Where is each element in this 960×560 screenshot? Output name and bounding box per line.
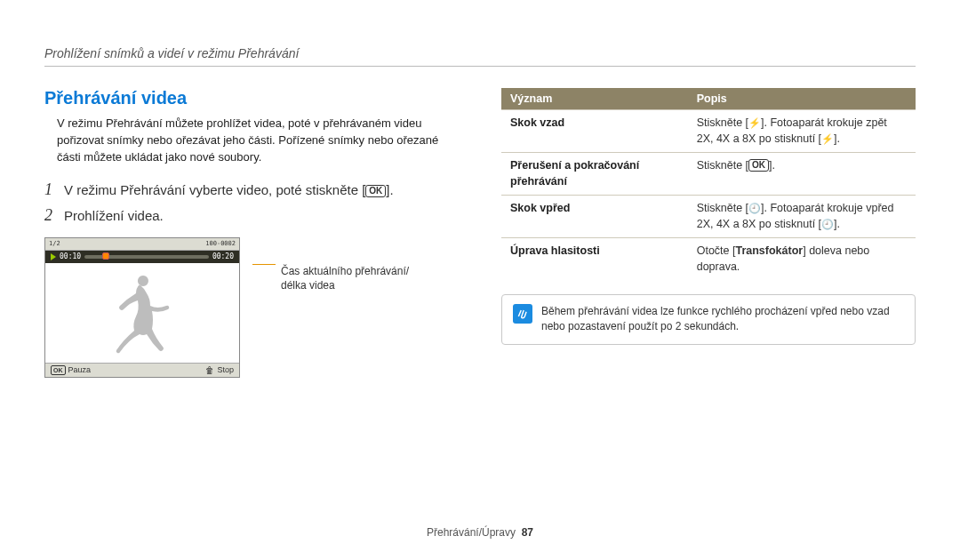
flash-icon: ⚡ — [748, 116, 761, 130]
page-number: 87 — [522, 526, 533, 539]
term-cell: Skok vpřed — [501, 196, 688, 238]
file-number: 100-0002 — [205, 240, 236, 247]
footer-section-label: Přehrávání/Úpravy — [427, 526, 516, 539]
step-2-text: Prohlížení videa. — [64, 208, 459, 223]
callout-leader-line — [252, 264, 276, 265]
term-cell: Úprava hlasitosti — [501, 238, 688, 281]
desc-bold: Transfokátor — [735, 244, 803, 257]
stop-label: Stop — [217, 365, 234, 374]
step-1-post: ]. — [386, 182, 393, 197]
controls-table: Význam Popis Skok vzad Stiskněte [⚡]. Fo… — [501, 88, 916, 280]
desc-text: Stiskněte [ — [697, 202, 748, 214]
ok-icon: OK — [365, 185, 386, 197]
ok-icon: OK — [748, 159, 769, 172]
time-current: 00:10 — [60, 252, 81, 260]
table-header-desc: Popis — [688, 88, 916, 110]
step-number-2: 2 — [44, 206, 64, 225]
step-1-text: V režimu Přehrávání vyberte video, poté … — [64, 182, 459, 197]
pause-label: Pauza — [68, 365, 92, 374]
breadcrumb: Prohlížení snímků a videí v režimu Přehr… — [44, 46, 916, 67]
step-1-pre: V režimu Přehrávání vyberte video, poté … — [64, 182, 365, 197]
progress-bar: 00:10 00:20 — [45, 251, 239, 263]
term-cell: Skok vzad — [501, 110, 688, 153]
desc-cell: Otočte [Transfokátor] doleva nebo doprav… — [688, 238, 916, 281]
dancer-silhouette-icon — [102, 270, 182, 359]
video-frame — [45, 263, 239, 363]
timer-icon: 🕘 — [821, 218, 834, 231]
step-number-1: 1 — [44, 180, 64, 199]
note-text: Během přehrávání videa lze funkce rychlé… — [541, 304, 904, 335]
desc-text: ]. — [834, 132, 840, 145]
screen-bottombar: OK Pauza 🗑 Stop — [45, 363, 239, 377]
frame-counter: 1/2 — [49, 240, 60, 247]
table-row: Skok vzad Stiskněte [⚡]. Fotoaparát krok… — [501, 110, 916, 153]
desc-text: ]. — [769, 159, 775, 172]
desc-text: Stiskněte [ — [697, 159, 748, 172]
desc-text: ]. — [834, 218, 840, 230]
table-row: Úprava hlasitosti Otočte [Transfokátor] … — [501, 238, 916, 281]
video-playback-screen: 1/2 100-0002 00:10 00:20 — [44, 237, 240, 378]
table-row: Přerušení a pokračování přehrávání Stisk… — [501, 153, 916, 196]
table-header-term: Význam — [501, 88, 688, 110]
desc-cell: Stiskněte [OK]. — [688, 153, 916, 196]
callout-text: Čas aktuálního přehrávání/ délka videa — [281, 264, 409, 292]
note-box: Během přehrávání videa lze funkce rychlé… — [501, 294, 916, 345]
ok-icon: OK — [51, 365, 66, 375]
desc-cell: Stiskněte [⚡]. Fotoaparát krokuje zpět 2… — [688, 110, 916, 153]
desc-text: Stiskněte [ — [697, 116, 748, 129]
time-total: 00:20 — [212, 252, 234, 260]
progress-track — [84, 255, 209, 259]
term-cell: Přerušení a pokračování přehrávání — [501, 153, 688, 196]
intro-paragraph: V režimu Přehrávání můžete prohlížet vid… — [44, 116, 459, 166]
timer-icon: 🕘 — [748, 202, 761, 215]
progress-knob — [102, 252, 109, 260]
play-icon — [51, 253, 56, 260]
trash-icon: 🗑 — [205, 365, 214, 375]
screen-topbar: 1/2 100-0002 — [45, 238, 239, 251]
flash-icon: ⚡ — [821, 132, 834, 146]
note-icon — [513, 304, 532, 324]
table-row: Skok vpřed Stiskněte [🕘]. Fotoaparát kro… — [501, 196, 916, 238]
section-title: Přehrávání videa — [44, 88, 459, 108]
page-footer: Přehrávání/Úpravy 87 — [0, 526, 960, 539]
desc-cell: Stiskněte [🕘]. Fotoaparát krokuje vpřed … — [688, 196, 916, 238]
desc-text: Otočte [ — [697, 244, 736, 257]
